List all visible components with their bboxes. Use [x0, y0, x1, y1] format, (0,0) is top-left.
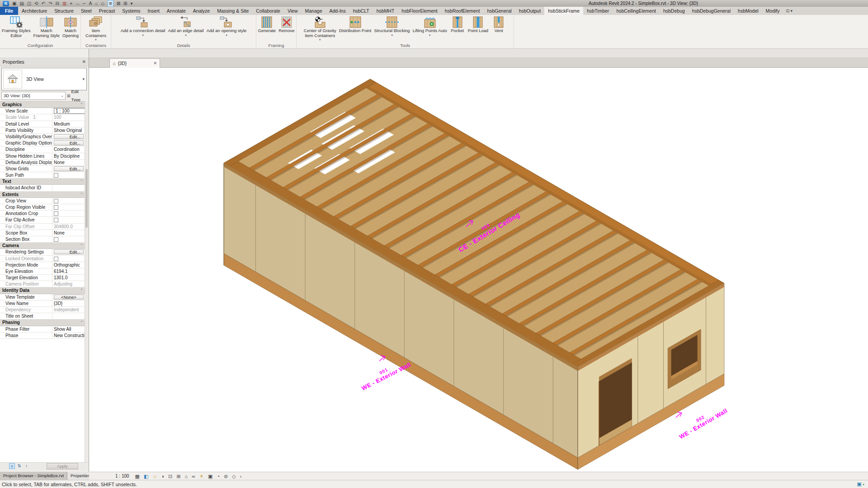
ribbon-tab-hsbdebug[interactable]: hsbDebug — [660, 7, 689, 15]
prop-value[interactable]: Show All — [52, 326, 85, 332]
displace-elements-icon[interactable]: ◔ — [217, 473, 220, 480]
redo-icon[interactable]: ↷ — [48, 0, 52, 6]
ribbon-tab-modify[interactable]: Modify — [762, 7, 783, 15]
ribbon-tab-annotate[interactable]: Annotate — [163, 7, 189, 15]
ribbon-tab-hsbdebuggeneral[interactable]: hsbDebugGeneral — [689, 7, 734, 15]
ribbon-tab-structure[interactable]: Structure — [51, 7, 77, 15]
close-icon[interactable]: ✕ — [153, 61, 157, 66]
prop-value[interactable]: Medium — [52, 121, 85, 127]
prop-value[interactable]: Orthographic — [52, 262, 85, 268]
ribbon-tab-hsbmht[interactable]: hsbMHT — [373, 7, 398, 15]
sun-path-icon[interactable]: ☼ — [152, 473, 157, 480]
reveal-constraints-icon[interactable]: ⊘ — [224, 473, 228, 480]
button-add-an-opening-style[interactable]: Add an opening style▾ — [205, 15, 248, 37]
scale-control[interactable]: 1 : 100 — [115, 474, 129, 479]
crop-region-icon[interactable]: ⊞ — [176, 473, 180, 480]
ribbon-tab-hsbroofelement[interactable]: hsbRoofElement — [441, 7, 484, 15]
checkbox[interactable] — [54, 218, 58, 222]
prop-value[interactable]: None — [52, 160, 85, 165]
checkbox[interactable] — [54, 237, 58, 242]
prop-value[interactable]: {3D} — [52, 300, 85, 306]
text-icon[interactable]: A — [89, 0, 92, 6]
ribbon-tab-add-ins[interactable]: Add-Ins — [326, 7, 349, 15]
palette-tab-project-browser-simplebox-rvt[interactable]: Project Browser - SimpleBox.rvt — [0, 472, 67, 480]
ribbon-tab-hsbstickframe[interactable]: hsbStickFrame — [544, 7, 583, 15]
prop-value[interactable] — [52, 313, 85, 319]
prop-value[interactable]: Show Original — [52, 127, 85, 133]
switch-windows-icon[interactable]: ⊞ — [123, 0, 127, 6]
prop-value[interactable]: Edit... — [52, 166, 85, 172]
ribbon-tab-hsbmodel[interactable]: hsbModel — [734, 7, 762, 15]
prop-value[interactable] — [52, 185, 85, 191]
prop-value[interactable]: Edit... — [52, 249, 85, 255]
close-icon[interactable]: ✕ — [82, 57, 86, 66]
view-selector-dropdown[interactable]: 3D View: {3D} ⌄ — [1, 92, 66, 100]
prop-value[interactable]: None — [52, 230, 85, 236]
checkbox[interactable] — [54, 199, 58, 203]
3d-model[interactable] — [89, 68, 868, 472]
reveal-hidden-icon[interactable]: ☀ — [199, 473, 204, 480]
chevron-down-icon[interactable]: ▾ — [82, 77, 85, 81]
ribbon-tab-view[interactable]: View — [284, 7, 302, 15]
section-icon[interactable]: ◇ — [101, 0, 105, 6]
save-icon[interactable]: ◫ — [27, 0, 31, 6]
button-add-a-connection-detail[interactable]: Add a connection detail▾ — [119, 15, 167, 37]
ribbon-tab-analyze[interactable]: Analyze — [189, 7, 213, 15]
worksets-icon[interactable]: ◇ — [232, 473, 236, 480]
prop-value[interactable]: Edit... — [52, 140, 85, 146]
prop-value[interactable] — [52, 217, 85, 223]
revit-logo[interactable]: R — [3, 1, 9, 6]
close-hidden-windows-icon[interactable]: ⊠ — [117, 0, 120, 6]
worksharing-icon[interactable]: ▣ ● — [857, 481, 864, 487]
button-add-an-edge-detail[interactable]: Add an edge detail▾ — [166, 15, 205, 37]
edit-type-button[interactable]: ⊞ Edit Type — [67, 92, 87, 100]
document-icon[interactable]: ▣ — [12, 0, 16, 6]
measure-icon[interactable]: ↔ — [75, 0, 80, 6]
expand-icon[interactable]: ‹ — [240, 473, 242, 480]
button-vent[interactable]: Vent — [490, 15, 508, 33]
button-match-framing-style[interactable]: MatchFraming Style — [32, 15, 61, 38]
print-icon[interactable]: ⊟ — [56, 0, 59, 6]
ribbon-tab-file[interactable]: File — [0, 7, 18, 15]
ribbon-tab-hsbceilingelement[interactable]: hsbCeilingElement — [613, 7, 660, 15]
thin-lines-icon[interactable]: ≣ — [108, 0, 113, 7]
prop-value[interactable]: Coordination — [52, 146, 85, 152]
checkbox[interactable] — [54, 173, 58, 178]
sync-icon[interactable]: ⟲ — [34, 0, 38, 6]
prop-value[interactable] — [52, 236, 85, 242]
visual-style-icon[interactable]: ◧ — [144, 473, 148, 480]
button-match-opening[interactable]: MatchOpening — [61, 15, 80, 38]
ribbon-tab-hsboutput[interactable]: hsbOutput — [515, 7, 544, 15]
prop-value[interactable] — [52, 211, 85, 216]
apply-button[interactable]: Apply — [47, 463, 78, 469]
sort-ascending-icon[interactable]: ⇅ — [16, 463, 22, 469]
undo-icon[interactable]: ↶ — [42, 0, 45, 6]
value-button[interactable]: Edit... — [54, 141, 84, 145]
ribbon-tab-manage[interactable]: Manage — [302, 7, 326, 15]
properties-scrollbar[interactable] — [85, 101, 89, 463]
prop-value[interactable]: By Discipline — [52, 153, 85, 159]
prop-value[interactable] — [52, 204, 85, 210]
hide-isolate-icon[interactable]: ∞ — [192, 473, 195, 480]
prop-value[interactable]: 1 : 100 — [52, 108, 85, 114]
scrollbar-thumb[interactable] — [85, 169, 88, 228]
type-selector[interactable]: 3D View ▾ — [1, 68, 87, 90]
button-remove[interactable]: Remove — [277, 15, 296, 33]
button-framing-styles-editor[interactable]: Framing StylesEditor — [0, 15, 32, 38]
ribbon-tab-collaborate[interactable]: Collaborate — [252, 7, 284, 15]
transfer-icon[interactable]: ▥ — [62, 0, 66, 6]
view-tab-3d[interactable]: ⌂ {3D} ✕ — [109, 58, 160, 68]
button-distribution-point[interactable]: Distribution Point — [338, 15, 373, 33]
dimension-icon[interactable]: ⌐ — [83, 0, 86, 6]
sort-alpha-icon[interactable]: ↕ — [24, 463, 29, 469]
ribbon-tab-hsbclt[interactable]: hsbCLT — [349, 7, 373, 15]
prop-value[interactable]: 6194.1 — [52, 268, 85, 274]
prop-value[interactable]: New Construction — [52, 333, 85, 338]
ribbon-tab-precast[interactable]: Precast — [95, 7, 119, 15]
prop-value[interactable]: Edit... — [52, 134, 85, 140]
ribbon-tab-hsbfloorelement[interactable]: hsbFloorElement — [398, 7, 441, 15]
modify-options-icon[interactable]: ⊡ ▾ — [783, 7, 796, 15]
button-pocket[interactable]: Pocket — [448, 15, 467, 33]
button-structural-blocking[interactable]: Structural Blocking▾ — [373, 15, 411, 37]
ribbon-tab-insert[interactable]: Insert — [144, 7, 163, 15]
